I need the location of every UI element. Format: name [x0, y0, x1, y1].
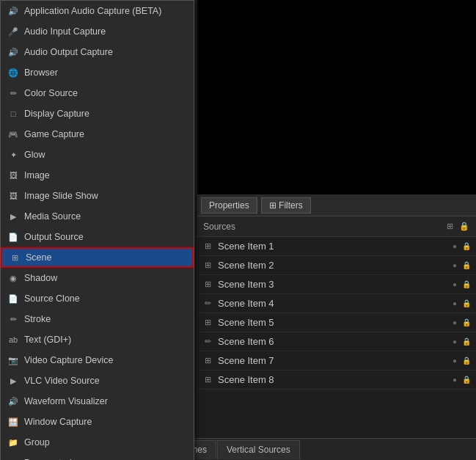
- menu-item-glow[interactable]: ✦Glow: [1, 145, 194, 165]
- source-type-icon: ⊞: [202, 317, 213, 329]
- menu-item-media-source[interactable]: ▶Media Source: [1, 206, 194, 227]
- menu-item-label-game-capture: Game Capture: [24, 129, 188, 139]
- eye-icon[interactable]: ●: [450, 241, 460, 252]
- window-capture-icon: 🪟: [7, 415, 20, 428]
- grid-icon[interactable]: ⊞: [444, 221, 455, 233]
- source-label: Scene Item 5: [218, 317, 274, 328]
- table-row[interactable]: ✏ Scene Item 4 ● 🔒: [197, 294, 476, 313]
- lock-icon[interactable]: 🔒: [461, 280, 472, 290]
- menu-item-group[interactable]: 📁Group: [1, 432, 194, 453]
- menu-item-scene[interactable]: ⊞Scene: [1, 247, 194, 268]
- menu-item-app-audio[interactable]: 🔊Application Audio Capture (BETA): [1, 1, 194, 21]
- menu-item-text-gdi[interactable]: abText (GDI+): [1, 329, 194, 350]
- menu-item-image-slide-show[interactable]: 🖼Image Slide Show: [1, 186, 194, 206]
- lock-icon[interactable]: 🔒: [461, 318, 472, 328]
- menu-item-browser[interactable]: 🌐Browser: [1, 62, 194, 83]
- menu-item-color-source[interactable]: ✏Color Source: [1, 83, 194, 103]
- menu-item-deprecated[interactable]: ▪Deprecated▶: [1, 453, 194, 460]
- menu-item-label-image: Image: [24, 170, 188, 180]
- menu-item-label-video-capture: Video Capture Device: [24, 355, 188, 365]
- menu-item-label-app-audio: Application Audio Capture (BETA): [24, 6, 188, 16]
- lock-icon[interactable]: 🔒: [461, 299, 472, 309]
- lock-icon[interactable]: 🔒: [461, 375, 472, 385]
- menu-item-label-source-clone: Source Clone: [24, 293, 188, 304]
- image-slide-show-icon: 🖼: [7, 189, 20, 202]
- filters-button[interactable]: ⊞ Filters: [261, 197, 311, 213]
- menu-item-audio-input[interactable]: 🎤Audio Input Capture: [1, 21, 194, 42]
- game-capture-icon: 🎮: [7, 128, 20, 141]
- source-label: Scene Item 7: [218, 355, 274, 366]
- lock-icon[interactable]: 🔒: [461, 260, 472, 271]
- eye-icon[interactable]: ●: [450, 337, 460, 347]
- tab-vertical-sources[interactable]: Vertical Sources: [217, 440, 300, 459]
- audio-input-icon: 🎤: [7, 25, 20, 38]
- source-type-icon: ✏: [202, 336, 213, 348]
- source-type-icon: ⊞: [202, 355, 213, 367]
- lock-icon[interactable]: 🔒: [458, 221, 470, 233]
- stroke-icon: ✏: [7, 313, 20, 326]
- menu-item-label-window-capture: Window Capture: [24, 417, 188, 427]
- menu-item-window-capture[interactable]: 🪟Window Capture: [1, 412, 194, 432]
- properties-button[interactable]: Properties: [201, 197, 257, 213]
- source-label: Scene Item 3: [218, 279, 274, 290]
- menu-item-label-browser: Browser: [24, 67, 188, 78]
- lock-icon[interactable]: 🔒: [461, 241, 472, 252]
- source-type-icon: ⊞: [202, 279, 213, 291]
- eye-icon[interactable]: ●: [450, 280, 460, 290]
- menu-item-output-source[interactable]: 📄Output Source: [1, 227, 194, 247]
- eye-icon[interactable]: ●: [450, 260, 460, 271]
- menu-item-game-capture[interactable]: 🎮Game Capture: [1, 124, 194, 145]
- media-source-icon: ▶: [7, 210, 20, 223]
- color-source-icon: ✏: [7, 87, 20, 100]
- table-row[interactable]: ⊞ Scene Item 3 ● 🔒: [197, 275, 476, 294]
- table-row[interactable]: ✏ Scene Item 6 ● 🔒: [197, 332, 476, 351]
- video-capture-icon: 📷: [7, 354, 20, 367]
- eye-icon[interactable]: ●: [450, 375, 460, 385]
- text-gdi-icon: ab: [7, 333, 20, 346]
- table-row[interactable]: ⊞ Scene Item 8 ● 🔒: [197, 370, 476, 390]
- group-icon: 📁: [7, 436, 20, 449]
- properties-bar: Properties ⊞ Filters: [197, 194, 476, 216]
- deprecated-icon: ▪: [7, 456, 20, 460]
- table-row[interactable]: ⊞ Scene Item 1 ● 🔒: [197, 237, 476, 256]
- menu-item-label-display-capture: Display Capture: [24, 109, 188, 119]
- glow-icon: ✦: [7, 148, 20, 161]
- sources-panel-icons: ⊞ 🔒: [444, 221, 470, 233]
- eye-icon[interactable]: ●: [450, 318, 460, 328]
- menu-item-video-capture[interactable]: 📷Video Capture Device: [1, 350, 194, 370]
- table-row[interactable]: ⊞ Scene Item 2 ● 🔒: [197, 256, 476, 275]
- context-menu: 🔊Application Audio Capture (BETA)🎤Audio …: [0, 0, 194, 460]
- menu-item-waveform[interactable]: 🔊Waveform Visualizer: [1, 391, 194, 412]
- menu-item-vlc-video[interactable]: ▶VLC Video Source: [1, 370, 194, 391]
- source-type-icon: ⊞: [202, 260, 213, 271]
- eye-icon[interactable]: ●: [450, 299, 460, 309]
- menu-item-label-waveform: Waveform Visualizer: [24, 396, 188, 406]
- menu-item-audio-output[interactable]: 🔊Audio Output Capture: [1, 42, 194, 62]
- sources-panel-title: Sources: [203, 222, 235, 232]
- menu-item-label-output-source: Output Source: [24, 232, 188, 242]
- menu-item-label-image-slide-show: Image Slide Show: [24, 191, 188, 201]
- menu-item-display-capture[interactable]: □Display Capture: [1, 103, 194, 124]
- menu-item-stroke[interactable]: ✏Stroke: [1, 309, 194, 329]
- lock-icon[interactable]: 🔒: [461, 356, 472, 366]
- image-icon: 🖼: [7, 169, 20, 182]
- source-label: Scene Item 2: [218, 260, 274, 271]
- menu-item-label-vlc-video: VLC Video Source: [24, 376, 188, 386]
- menu-item-label-media-source: Media Source: [24, 211, 188, 222]
- menu-item-source-clone[interactable]: 📄Source Clone: [1, 288, 194, 309]
- source-clone-icon: 📄: [7, 292, 20, 305]
- shadow-icon: ◉: [7, 271, 20, 285]
- menu-item-label-audio-input: Audio Input Capture: [24, 26, 188, 37]
- browser-icon: 🌐: [7, 66, 20, 79]
- menu-item-label-color-source: Color Source: [24, 88, 188, 98]
- source-label: Scene Item 8: [218, 374, 274, 385]
- table-row[interactable]: ⊞ Scene Item 5 ● 🔒: [197, 313, 476, 332]
- sources-panel: Sources ⊞ 🔒 ⊞ Scene Item 1 ● 🔒 ⊞ Scene I…: [197, 216, 476, 460]
- menu-item-image[interactable]: 🖼Image: [1, 165, 194, 186]
- source-rows-container: ⊞ Scene Item 1 ● 🔒 ⊞ Scene Item 2 ● 🔒 ⊞ …: [197, 237, 476, 390]
- eye-icon[interactable]: ●: [450, 356, 460, 366]
- menu-item-label-stroke: Stroke: [24, 314, 188, 324]
- lock-icon[interactable]: 🔒: [461, 337, 472, 347]
- menu-item-shadow[interactable]: ◉Shadow: [1, 268, 194, 288]
- table-row[interactable]: ⊞ Scene Item 7 ● 🔒: [197, 351, 476, 370]
